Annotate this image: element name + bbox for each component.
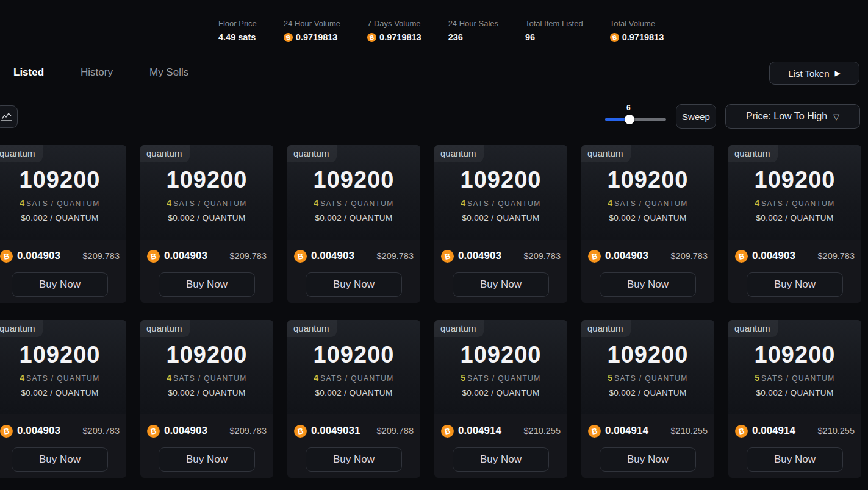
stat-label: Floor Price [218, 19, 257, 28]
token-listing-card[interactable]: quantum 109200 4SATS / QUANTUM $0.002 / … [287, 145, 420, 303]
buy-now-button[interactable]: Buy Now [600, 272, 696, 297]
token-name-badge: quantum [728, 145, 778, 162]
stats-bar: Floor Price 4.49 sats 24 Hour Volume B 0… [218, 19, 664, 42]
usd-per-token: $0.002 / QUANTUM [0, 213, 126, 222]
stat-item: Total Item Listed 96 [525, 19, 583, 42]
stat-item: Floor Price 4.49 sats [218, 19, 257, 42]
bitcoin-icon: B [0, 250, 13, 263]
token-name-badge: quantum [0, 320, 43, 337]
bitcoin-icon: B [294, 250, 307, 263]
buy-now-button[interactable]: Buy Now [747, 447, 843, 472]
stat-label: Total Item Listed [525, 19, 583, 28]
price-chart-toggle-button[interactable] [0, 105, 18, 128]
token-name-badge: quantum [140, 145, 190, 162]
card-top-section: quantum 109200 4SATS / QUANTUM $0.002 / … [287, 320, 420, 414]
btc-price: 0.004903 [752, 250, 795, 262]
stat-value: B 0.9719813 [284, 32, 340, 42]
tab-my-sells[interactable]: My Sells [149, 66, 188, 79]
token-listing-card[interactable]: quantum 109200 4SATS / QUANTUM $0.002 / … [0, 320, 126, 478]
card-price-section: B 0.004903 $209.783 Buy Now [434, 240, 567, 297]
buy-now-button[interactable]: Buy Now [12, 272, 108, 297]
stat-label: Total Volume [610, 19, 664, 28]
token-listing-card[interactable]: quantum 109200 5SATS / QUANTUM $0.002 / … [581, 320, 714, 478]
usd-per-token: $0.002 / QUANTUM [0, 388, 126, 397]
tab-history[interactable]: History [81, 66, 113, 79]
buy-now-button[interactable]: Buy Now [453, 272, 549, 297]
sweep-label: Sweep [682, 112, 710, 122]
btc-price: 0.004914 [752, 425, 795, 437]
token-listing-card[interactable]: quantum 109200 5SATS / QUANTUM $0.002 / … [434, 320, 567, 478]
bitcoin-icon: B [147, 250, 160, 263]
token-listing-card[interactable]: quantum 109200 4SATS / QUANTUM $0.002 / … [287, 320, 420, 478]
buy-now-button[interactable]: Buy Now [306, 272, 402, 297]
buy-now-button[interactable]: Buy Now [747, 272, 843, 297]
tab-listed[interactable]: Listed [13, 66, 44, 79]
bitcoin-icon: B [0, 425, 13, 438]
buy-now-button[interactable]: Buy Now [600, 447, 696, 472]
card-top-section: quantum 109200 4SATS / QUANTUM $0.002 / … [0, 145, 126, 240]
price-row: B 0.004903 $209.783 [0, 247, 120, 265]
btc-price: 0.004903 [311, 250, 354, 262]
card-top-section: quantum 109200 4SATS / QUANTUM $0.002 / … [140, 145, 273, 240]
sort-dropdown[interactable]: Price: Low To High ▽ [725, 104, 860, 129]
btc-price: 0.004914 [458, 425, 501, 437]
sats-per-token: 4SATS / QUANTUM [287, 198, 420, 208]
buy-now-button[interactable]: Buy Now [159, 447, 255, 472]
sweep-button[interactable]: Sweep [676, 104, 716, 129]
sweep-slider-thumb[interactable] [625, 115, 634, 124]
tab-bar: ListedHistoryMy Sells [13, 66, 188, 79]
card-top-section: quantum 109200 4SATS / QUANTUM $0.002 / … [287, 145, 420, 240]
btc-price: 0.004903 [17, 250, 60, 262]
token-listing-card[interactable]: quantum 109200 4SATS / QUANTUM $0.002 / … [581, 145, 714, 303]
card-price-section: B 0.004903 $209.783 Buy Now [728, 240, 861, 297]
bitcoin-icon: B [610, 33, 619, 42]
sats-per-token: 4SATS / QUANTUM [287, 373, 420, 383]
bitcoin-icon: B [735, 425, 748, 438]
stat-item: 24 Hour Volume B 0.9719813 [284, 19, 340, 42]
stat-value: B 0.9719813 [610, 32, 664, 42]
usd-price: $210.255 [818, 426, 855, 436]
usd-per-token: $0.002 / QUANTUM [728, 388, 861, 397]
token-name-badge: quantum [140, 320, 190, 337]
list-token-button[interactable]: List Token ▶ [769, 62, 859, 85]
card-price-section: B 0.0049031 $209.788 Buy Now [287, 414, 420, 472]
token-listing-card[interactable]: quantum 109200 4SATS / QUANTUM $0.002 / … [140, 320, 273, 478]
bitcoin-icon: B [441, 425, 454, 438]
buy-now-button[interactable]: Buy Now [159, 272, 255, 297]
price-row: B 0.004914 $210.255 [735, 422, 855, 440]
price-row: B 0.004903 $209.783 [147, 422, 267, 440]
card-top-section: quantum 109200 4SATS / QUANTUM $0.002 / … [0, 320, 126, 414]
sats-per-token: 5SATS / QUANTUM [728, 373, 861, 383]
card-top-section: quantum 109200 4SATS / QUANTUM $0.002 / … [140, 320, 273, 414]
sweep-slider-track[interactable] [605, 118, 666, 121]
btc-price: 0.004903 [164, 425, 207, 437]
card-price-section: B 0.004903 $209.783 Buy Now [287, 240, 420, 297]
card-price-section: B 0.004903 $209.783 Buy Now [140, 240, 273, 297]
buy-now-button[interactable]: Buy Now [12, 447, 108, 472]
bitcoin-icon: B [284, 33, 293, 42]
usd-per-token: $0.002 / QUANTUM [287, 213, 420, 222]
price-row: B 0.004903 $209.783 [0, 422, 120, 440]
bitcoin-icon: B [367, 33, 376, 42]
buy-now-button[interactable]: Buy Now [306, 447, 402, 472]
token-listing-card[interactable]: quantum 109200 4SATS / QUANTUM $0.002 / … [140, 145, 273, 303]
token-name-badge: quantum [434, 145, 484, 162]
token-listing-card[interactable]: quantum 109200 4SATS / QUANTUM $0.002 / … [728, 145, 861, 303]
usd-price: $209.783 [818, 251, 855, 261]
usd-per-token: $0.002 / QUANTUM [728, 213, 861, 222]
usd-price: $209.783 [230, 426, 267, 436]
usd-per-token: $0.002 / QUANTUM [140, 388, 273, 397]
bitcoin-icon: B [588, 425, 601, 438]
card-top-section: quantum 109200 5SATS / QUANTUM $0.002 / … [581, 320, 714, 414]
sats-per-token: 5SATS / QUANTUM [434, 373, 567, 383]
token-listing-card[interactable]: quantum 109200 5SATS / QUANTUM $0.002 / … [728, 320, 861, 478]
btc-price: 0.0049031 [311, 425, 360, 437]
token-listing-card[interactable]: quantum 109200 4SATS / QUANTUM $0.002 / … [434, 145, 567, 303]
token-listing-card[interactable]: quantum 109200 4SATS / QUANTUM $0.002 / … [0, 145, 126, 303]
play-triangle-icon: ▶ [835, 69, 841, 77]
buy-now-button[interactable]: Buy Now [453, 447, 549, 472]
token-name-badge: quantum [0, 145, 43, 162]
card-price-section: B 0.004903 $209.783 Buy Now [581, 240, 714, 297]
stat-label: 24 Hour Volume [284, 19, 340, 28]
btc-price: 0.004903 [164, 250, 207, 262]
